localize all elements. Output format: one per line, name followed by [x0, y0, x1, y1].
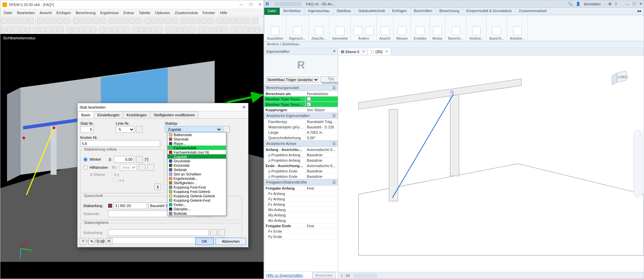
toolbar-button[interactable]	[40, 27, 45, 33]
toolbar-button[interactable]	[116, 18, 122, 24]
toolbar-button[interactable]	[67, 27, 72, 33]
ribbon-button[interactable]	[293, 27, 302, 35]
toolbar-button[interactable]	[138, 27, 144, 33]
toolbar-button[interactable]	[118, 27, 123, 33]
hk-btn2[interactable]	[147, 164, 154, 171]
ribbon-button[interactable]	[433, 27, 442, 35]
toolbar-button[interactable]	[183, 27, 189, 33]
ribbon-button[interactable]	[472, 27, 481, 35]
maximize-button[interactable]: ☐	[633, 2, 636, 6]
status-button[interactable]	[376, 273, 376, 278]
ribbon-button[interactable]	[513, 27, 522, 35]
minimize-button[interactable]: —	[239, 2, 243, 7]
menu-ergebnisse[interactable]: Ergebnisse	[98, 10, 121, 15]
ribbon-button[interactable]	[416, 27, 424, 35]
eg-btn2[interactable]	[218, 229, 225, 236]
ribbon-button[interactable]	[381, 27, 389, 35]
eg-btn1[interactable]	[210, 229, 217, 236]
properties-help-link[interactable]: Hilfe zu Eigenschaften	[266, 273, 303, 277]
knoten-nr-input[interactable]	[80, 140, 160, 147]
toolbar-button[interactable]	[129, 18, 135, 24]
toolbar-button[interactable]	[28, 18, 34, 24]
checkbox[interactable]	[307, 97, 311, 101]
qat-button[interactable]	[292, 2, 292, 6]
ribbon-button[interactable]	[492, 27, 501, 35]
toolbar-button[interactable]	[132, 27, 138, 33]
property-row[interactable]: Member Type Tension	[264, 102, 338, 107]
property-row[interactable]: Mx Anfang	[264, 207, 338, 212]
toolbar-button[interactable]	[112, 27, 117, 33]
stabtyp-option[interactable]: Kopplung Gelenk-Gelenk	[168, 194, 226, 198]
ribbon-tab-datei[interactable]: Datei	[264, 8, 280, 15]
ribbon-tab-architektur[interactable]: Architektur	[280, 8, 305, 15]
toolbar-button[interactable]	[181, 18, 187, 24]
toolbar-button[interactable]	[19, 27, 25, 33]
property-row[interactable]: Fz Anfang	[264, 202, 338, 207]
property-row[interactable]: y-Projektion EndeBasislinie	[264, 168, 338, 174]
ribbon-tab-zusammenarbeit[interactable]: Zusammenarbeit	[515, 8, 550, 15]
ribbon-tab-körpermodell & grundstück[interactable]: Körpermodell & Grundstück	[463, 8, 515, 15]
toolbar-button[interactable]	[105, 27, 111, 33]
property-row[interactable]: FamilientypRundstahl Träg...	[264, 119, 338, 124]
status-button[interactable]	[366, 273, 366, 278]
menu-ansicht[interactable]: Ansicht	[38, 10, 54, 15]
ribbon-button[interactable]	[336, 27, 344, 35]
toolbar-button[interactable]	[73, 27, 78, 33]
qat-button[interactable]	[297, 2, 297, 6]
properties-close-button[interactable]: ✕	[333, 49, 336, 53]
property-row[interactable]: Mz Anfang	[264, 218, 338, 223]
cancel-button[interactable]: Abbrechen	[216, 238, 246, 245]
keyword-search-icon[interactable]: 🔍	[568, 2, 572, 6]
qat-button[interactable]	[283, 2, 284, 6]
ribbon-tab-stahlbau[interactable]: Stahlbau	[333, 8, 355, 15]
stabtyp-option[interactable]: Kopplung Fest-Fest	[168, 185, 226, 189]
ribbon-button[interactable]	[315, 27, 323, 35]
beta-input[interactable]	[114, 156, 134, 163]
property-group-header[interactable]: Berechnungsmodell☰	[264, 85, 338, 91]
ok-button[interactable]: OK	[195, 238, 214, 245]
dialog-tab-3[interactable]: Steifigkeiten modifizieren	[150, 111, 198, 118]
units-button[interactable]: 0.00	[97, 238, 104, 245]
status-button[interactable]	[369, 273, 370, 278]
toolbar-button[interactable]	[158, 18, 164, 24]
3d-canvas[interactable]: LINKS	[338, 55, 644, 272]
stabtyp-option[interactable]: Knickstab	[168, 163, 226, 167]
toolbar-button[interactable]	[187, 18, 193, 24]
hilfsknoten-radio[interactable]	[83, 165, 88, 170]
toolbar-button[interactable]	[252, 18, 259, 24]
ribbon-button[interactable]	[398, 27, 406, 35]
ribbon-button[interactable]	[365, 27, 374, 35]
property-group-header[interactable]: Freigaben/Stabendkräfte☰	[264, 179, 338, 186]
view-tab[interactable]: ⬚{3D}✕	[368, 48, 391, 55]
ribbon-tab-gebäudetechnik[interactable]: Gebäudetechnik	[355, 8, 389, 15]
property-row[interactable]: z-Projektion AnfangBasislinie	[264, 158, 338, 163]
property-row[interactable]: Berechnen alsPendelstütze	[264, 91, 338, 96]
qs-anfang-input[interactable]	[113, 202, 147, 209]
menu-datei[interactable]: Datei	[2, 10, 14, 15]
ribbon-button[interactable]	[354, 27, 362, 35]
status-button[interactable]	[354, 273, 355, 278]
ribbon-overflow[interactable]: ▸▸	[636, 8, 644, 15]
app-exchange-icon[interactable]: ⊞	[608, 2, 611, 6]
menu-hilfe[interactable]: Hilfe	[218, 10, 229, 15]
property-row[interactable]: Fy Anfang	[264, 196, 338, 202]
dialog-tab-2[interactable]: Knicklängen	[123, 111, 150, 118]
stabtyp-option[interactable]: Seil an Scheiben	[168, 172, 226, 176]
stabtyp-option[interactable]: Balkenstab	[168, 132, 226, 137]
property-row[interactable]: Ende - Ausrichtungsmet...Automatische E.…	[264, 163, 338, 168]
toolbar-button[interactable]	[1, 27, 6, 33]
winkel-radio[interactable]	[83, 157, 88, 162]
qat-button[interactable]	[293, 2, 294, 6]
stabtyp-option[interactable]: Kopplung Gelenk-Fest	[168, 198, 226, 202]
property-row[interactable]: Anfang - Ausrichtungsm...Automatische E.…	[264, 147, 338, 152]
toolbar-button[interactable]	[122, 18, 128, 24]
toolbar-button[interactable]	[201, 18, 207, 24]
qat-button[interactable]	[295, 2, 296, 6]
help-button[interactable]: ?	[80, 238, 86, 245]
stab-nr-input[interactable]	[80, 126, 94, 133]
apply-button[interactable]: Anwenden	[312, 272, 336, 278]
toolbar-button[interactable]	[217, 18, 223, 24]
toolbar-button[interactable]	[46, 27, 51, 33]
property-row[interactable]: y-Projektion AnfangBasislinie	[264, 152, 338, 158]
properties-grid[interactable]: Berechnungsmodell☰Berechnen alsPendelstü…	[264, 85, 338, 271]
